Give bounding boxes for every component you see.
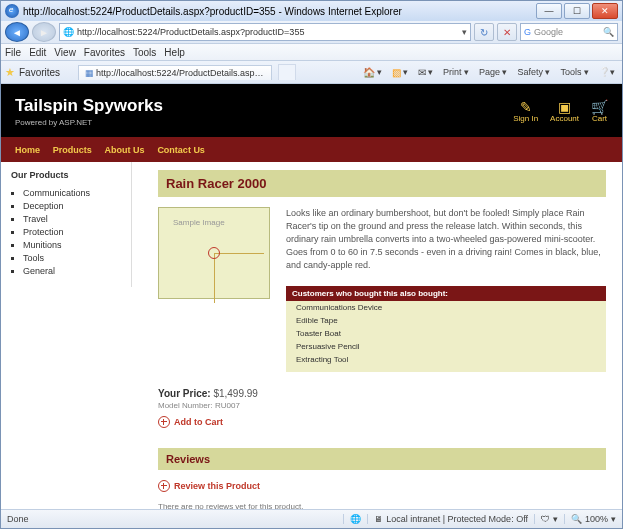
home-button[interactable]: 🏠▾ — [360, 67, 385, 78]
zoom-control[interactable]: 🔍100%▾ — [564, 514, 616, 524]
sidebar: Our Products Communications Deception Tr… — [1, 162, 132, 287]
search-provider: Google — [534, 27, 563, 37]
feeds-button[interactable]: ▧▾ — [389, 67, 411, 78]
also-bought-box: Customers who bought this also bought: C… — [286, 286, 606, 372]
also-bought-heading: Customers who bought this also bought: — [286, 286, 606, 301]
address-dropdown-icon[interactable]: ▾ — [462, 27, 467, 37]
zoom-value: 100% — [585, 514, 608, 524]
search-box[interactable]: GGoogle 🔍 — [520, 23, 618, 41]
account-icon: ▣ — [550, 100, 579, 114]
status-bar: Done 🌐 🖥Local intranet | Protected Mode:… — [1, 509, 622, 528]
pen-icon: ✎ — [513, 100, 538, 114]
browser-window: http://localhost:5224/ProductDetails.asp… — [0, 0, 623, 529]
zone-text: Local intranet | Protected Mode: Off — [386, 514, 528, 524]
also-item[interactable]: Persuasive Pencil — [286, 340, 606, 353]
product-image: Sample Image — [158, 207, 270, 299]
help-menu[interactable]: ❔▾ — [596, 67, 618, 77]
sidebar-item-tools[interactable]: Tools — [23, 253, 123, 263]
zoom-icon: 🔍 — [571, 514, 582, 524]
review-product-link[interactable]: Review this Product — [158, 480, 606, 492]
shield-icon[interactable]: 🛡 — [541, 514, 550, 524]
sidebar-item-travel[interactable]: Travel — [23, 214, 123, 224]
menu-bar: File Edit View Favorites Tools Help — [1, 44, 622, 61]
target-icon — [158, 480, 170, 492]
star-icon[interactable]: ★ — [5, 66, 15, 79]
nav-home[interactable]: Home — [15, 145, 40, 155]
refresh-button[interactable]: ↻ — [474, 23, 494, 41]
cart-link[interactable]: 🛒Cart — [591, 100, 608, 123]
also-item[interactable]: Communications Device — [286, 301, 606, 314]
menu-favorites[interactable]: Favorites — [84, 47, 125, 58]
sidebar-item-protection[interactable]: Protection — [23, 227, 123, 237]
address-row: ◄ ► 🌐 http://localhost:5224/ProductDetai… — [1, 21, 622, 44]
tools-menu[interactable]: Tools ▾ — [557, 67, 592, 77]
target-icon — [208, 247, 220, 259]
page-content: Tailspin Spyworks Powered by ASP.NET ✎Si… — [1, 84, 622, 509]
forward-button[interactable]: ► — [32, 22, 56, 42]
also-item[interactable]: Toaster Boat — [286, 327, 606, 340]
nav-bar: Home Products About Us Contact Us — [1, 137, 622, 162]
favorites-label[interactable]: Favorites — [19, 67, 60, 78]
print-menu[interactable]: Print ▾ — [440, 67, 472, 77]
page-menu[interactable]: Page ▾ — [476, 67, 511, 77]
sidebar-item-general[interactable]: General — [23, 266, 123, 276]
price-block: Your Price: $1,499.99 Model Number: RU00… — [158, 388, 606, 428]
new-tab-button[interactable] — [278, 64, 296, 80]
price-value: $1,499.99 — [213, 388, 258, 399]
globe-icon: 🌐 — [350, 514, 361, 524]
site-header: Tailspin Spyworks Powered by ASP.NET ✎Si… — [1, 84, 622, 137]
menu-file[interactable]: File — [5, 47, 21, 58]
window-title: http://localhost:5224/ProductDetails.asp… — [23, 6, 536, 17]
address-bar[interactable]: 🌐 http://localhost:5224/ProductDetails.a… — [59, 23, 471, 41]
model-value: RU007 — [215, 401, 240, 410]
menu-edit[interactable]: Edit — [29, 47, 46, 58]
stop-button[interactable]: ✕ — [497, 23, 517, 41]
reviews-heading-block: Reviews — [158, 448, 606, 470]
also-item[interactable]: Extracting Tool — [286, 353, 606, 366]
menu-tools[interactable]: Tools — [133, 47, 156, 58]
account-link[interactable]: ▣Account — [550, 100, 579, 123]
close-button[interactable]: ✕ — [592, 3, 618, 19]
reviews-heading: Reviews — [166, 453, 598, 465]
powered-by: Powered by ASP.NET — [15, 118, 513, 127]
signin-link[interactable]: ✎Sign In — [513, 100, 538, 123]
product-name: Rain Racer 2000 — [166, 176, 598, 191]
maximize-button[interactable]: ☐ — [564, 3, 590, 19]
menu-help[interactable]: Help — [164, 47, 185, 58]
sidebar-heading: Our Products — [11, 170, 123, 180]
safety-menu[interactable]: Safety ▾ — [514, 67, 553, 77]
price-label: Your Price: — [158, 388, 213, 399]
product-title-block: Rain Racer 2000 — [158, 170, 606, 197]
product-description: Looks like an ordinary bumbershoot, but … — [286, 207, 606, 272]
minimize-button[interactable]: — — [536, 3, 562, 19]
browser-tab[interactable]: ▦ http://localhost:5224/ProductDetails.a… — [78, 65, 272, 80]
zone-icon: 🖥 — [374, 514, 383, 524]
sidebar-item-munitions[interactable]: Munitions — [23, 240, 123, 250]
globe-icon: 🌐 — [63, 27, 74, 37]
status-done: Done — [7, 514, 29, 524]
favorites-row: ★ Favorites ▦ http://localhost:5224/Prod… — [1, 61, 622, 84]
nav-products[interactable]: Products — [53, 145, 92, 155]
menu-view[interactable]: View — [54, 47, 76, 58]
model-label: Model Number: — [158, 401, 215, 410]
tab-title: http://localhost:5224/ProductDetails.asp… — [96, 68, 265, 78]
mail-button[interactable]: ✉▾ — [415, 67, 436, 78]
back-button[interactable]: ◄ — [5, 22, 29, 42]
add-to-cart-link[interactable]: Add to Cart — [158, 416, 606, 428]
sample-image-label: Sample Image — [173, 218, 225, 227]
also-item[interactable]: Edible Tape — [286, 314, 606, 327]
nav-contact[interactable]: Contact Us — [157, 145, 205, 155]
no-reviews-text: There are no reviews yet for this produc… — [158, 502, 606, 509]
sidebar-item-deception[interactable]: Deception — [23, 201, 123, 211]
nav-about[interactable]: About Us — [105, 145, 145, 155]
site-brand: Tailspin Spyworks — [15, 96, 513, 116]
cart-icon: 🛒 — [591, 100, 608, 114]
ie-icon — [5, 4, 19, 18]
address-text: http://localhost:5224/ProductDetails.asp… — [77, 27, 304, 37]
target-icon — [158, 416, 170, 428]
main-area: Rain Racer 2000 Sample Image Looks like … — [132, 162, 622, 509]
titlebar: http://localhost:5224/ProductDetails.asp… — [1, 1, 622, 21]
sidebar-item-communications[interactable]: Communications — [23, 188, 123, 198]
